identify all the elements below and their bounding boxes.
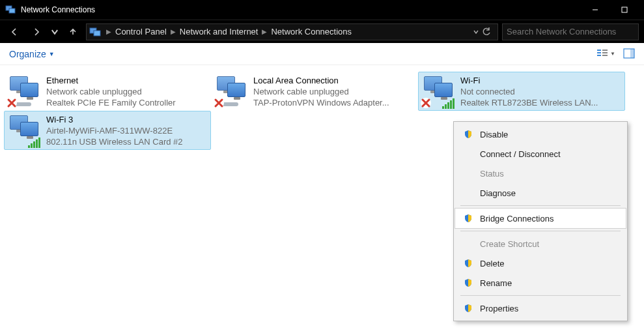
svg-rect-5 bbox=[94, 31, 100, 36]
chevron-down-icon: ▼ bbox=[49, 51, 55, 57]
svg-rect-13 bbox=[630, 49, 634, 58]
menu-item-label: Properties bbox=[475, 304, 518, 313]
menu-item[interactable]: Diagnose bbox=[455, 183, 626, 203]
shield-icon bbox=[462, 259, 475, 268]
chevron-down-icon[interactable] bbox=[473, 29, 479, 35]
minimize-button[interactable] bbox=[580, 0, 609, 20]
svg-rect-8 bbox=[597, 55, 601, 56]
breadcrumb-segment[interactable]: Network and Internet bbox=[177, 27, 261, 36]
menu-item[interactable]: Connect / Disconnect bbox=[455, 144, 626, 164]
svg-rect-10 bbox=[602, 52, 608, 53]
menu-item-label: Connect / Disconnect bbox=[475, 149, 561, 159]
svg-rect-9 bbox=[602, 50, 608, 51]
titlebar: Network Connections bbox=[0, 0, 644, 20]
adapter-name: Ethernet bbox=[46, 75, 176, 86]
svg-rect-7 bbox=[597, 52, 601, 53]
adapter-device: 802.11n USB Wireless LAN Card #2 bbox=[46, 136, 183, 147]
adapter-name: Wi-Fi 3 bbox=[46, 114, 183, 125]
window-title: Network Connections bbox=[21, 5, 580, 14]
menu-item[interactable]: Delete bbox=[455, 253, 626, 273]
adapter-status: Network cable unplugged bbox=[253, 86, 389, 97]
adapter-icon bbox=[8, 114, 41, 147]
adapter-status: Airtel-MyWiFi-AMF-311WW-822E bbox=[46, 125, 183, 136]
adapter-device: Realtek RTL8723BE Wireless LAN... bbox=[460, 97, 598, 108]
chevron-right-icon[interactable]: ▶ bbox=[169, 28, 177, 35]
menu-item-label: Delete bbox=[475, 259, 505, 268]
adapter-status: Not connected bbox=[460, 86, 598, 97]
adapter-device: Realtek PCIe FE Family Controller bbox=[46, 97, 176, 108]
menu-item[interactable]: Properties bbox=[455, 298, 626, 318]
breadcrumb[interactable]: ▶ Control Panel ▶ Network and Internet ▶… bbox=[86, 23, 498, 40]
nav-row: ▶ Control Panel ▶ Network and Internet ▶… bbox=[0, 20, 644, 43]
menu-item-label: Status bbox=[475, 169, 504, 179]
back-button[interactable] bbox=[5, 23, 23, 41]
network-connections-icon bbox=[5, 5, 16, 15]
menu-separator bbox=[460, 231, 621, 231]
view-icon bbox=[596, 48, 608, 60]
details-pane-icon bbox=[623, 48, 635, 60]
maximize-button[interactable] bbox=[609, 0, 639, 20]
signal-icon bbox=[28, 138, 42, 148]
adapter-item[interactable]: Wi-Fi 3Airtel-MyWiFi-AMF-311WW-822E802.1… bbox=[4, 111, 211, 150]
menu-item: Create Shortcut bbox=[455, 234, 626, 253]
menu-item[interactable]: Bridge Connections bbox=[455, 209, 626, 228]
menu-item-label: Bridge Connections bbox=[475, 214, 553, 224]
menu-item: Status bbox=[455, 164, 626, 183]
adapter-icon bbox=[423, 75, 455, 108]
shield-icon bbox=[462, 214, 475, 223]
svg-rect-11 bbox=[602, 55, 608, 56]
menu-separator bbox=[460, 295, 621, 296]
shield-icon bbox=[462, 130, 475, 139]
breadcrumb-segment[interactable]: Control Panel bbox=[113, 27, 169, 36]
breadcrumb-segment[interactable]: Network Connections bbox=[268, 27, 354, 36]
recent-dropdown[interactable] bbox=[49, 23, 60, 41]
chevron-right-icon[interactable]: ▶ bbox=[105, 28, 113, 35]
shield-icon bbox=[462, 304, 475, 313]
error-icon bbox=[420, 97, 432, 109]
adapter-icon bbox=[8, 75, 41, 108]
menu-item[interactable]: Disable bbox=[455, 124, 626, 144]
svg-rect-1 bbox=[9, 8, 15, 13]
adapter-device: TAP-ProtonVPN Windows Adapter... bbox=[253, 97, 389, 108]
network-path-icon bbox=[89, 26, 101, 38]
signal-icon bbox=[442, 98, 456, 109]
adapter-name: Local Area Connection bbox=[253, 75, 389, 86]
error-icon bbox=[6, 97, 18, 109]
menu-separator bbox=[460, 205, 621, 206]
details-pane-button[interactable] bbox=[623, 48, 635, 60]
search-box[interactable] bbox=[502, 23, 639, 40]
menu-item-label: Create Shortcut bbox=[475, 239, 539, 249]
error-icon bbox=[213, 97, 225, 109]
refresh-icon[interactable] bbox=[482, 27, 491, 36]
svg-rect-6 bbox=[597, 50, 601, 51]
context-menu: DisableConnect / DisconnectStatusDiagnos… bbox=[453, 121, 628, 321]
adapter-status: Network cable unplugged bbox=[46, 86, 176, 97]
menu-item-label: Diagnose bbox=[475, 188, 516, 198]
adapter-item[interactable]: Local Area ConnectionNetwork cable unplu… bbox=[211, 72, 418, 111]
search-input[interactable] bbox=[507, 27, 634, 36]
chevron-right-icon[interactable]: ▶ bbox=[260, 28, 268, 35]
adapter-name: Wi-Fi bbox=[460, 75, 598, 86]
menu-item[interactable]: Rename bbox=[455, 273, 626, 293]
menu-item-label: Rename bbox=[475, 278, 512, 288]
shield-icon bbox=[462, 278, 475, 287]
adapter-item[interactable]: Wi-FiNot connectedRealtek RTL8723BE Wire… bbox=[418, 72, 625, 111]
view-options-button[interactable]: ▼ bbox=[596, 48, 615, 60]
organize-label: Organize bbox=[9, 49, 46, 59]
adapter-item[interactable]: EthernetNetwork cable unpluggedRealtek P… bbox=[4, 72, 211, 111]
forward-button[interactable] bbox=[27, 23, 46, 41]
toolbar: Organize ▼ ▼ bbox=[0, 43, 644, 65]
adapter-icon bbox=[216, 75, 248, 108]
up-button[interactable] bbox=[64, 23, 82, 41]
menu-item-label: Disable bbox=[475, 130, 508, 139]
svg-rect-3 bbox=[622, 7, 627, 12]
organize-menu[interactable]: Organize ▼ bbox=[9, 49, 55, 59]
chevron-down-icon: ▼ bbox=[610, 51, 615, 57]
